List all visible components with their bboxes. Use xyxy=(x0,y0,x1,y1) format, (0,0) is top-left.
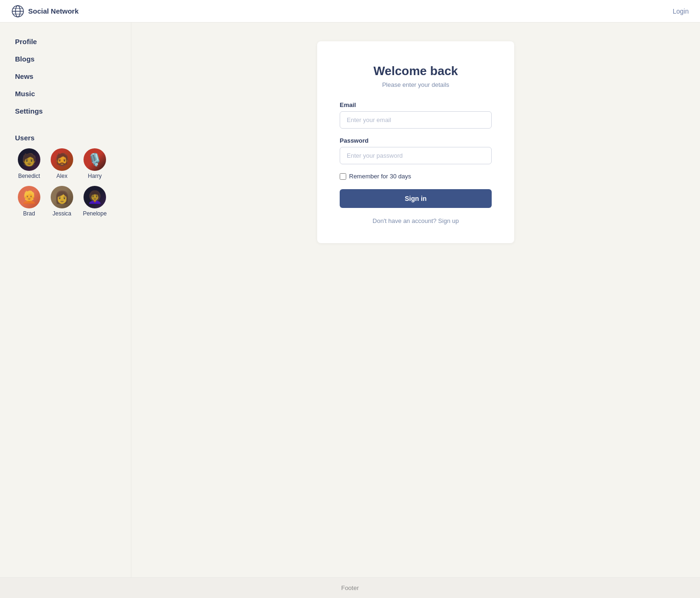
user-item-alex[interactable]: 🧔 Alex xyxy=(48,148,76,179)
users-section: Users 🧑 Benedict 🧔 Alex xyxy=(15,134,116,217)
user-name-brad: Brad xyxy=(23,210,35,217)
user-item-penelope[interactable]: 👩‍🦱 Penelope xyxy=(81,186,109,217)
footer: Footer xyxy=(0,577,700,598)
remember-checkbox[interactable] xyxy=(340,173,346,180)
sidebar-item-profile[interactable]: Profile xyxy=(15,34,116,49)
login-card: Welcome back Please enter your details E… xyxy=(317,41,514,243)
main-content: Welcome back Please enter your details E… xyxy=(131,23,700,577)
user-item-brad[interactable]: 👱 Brad xyxy=(15,186,43,217)
sign-in-button[interactable]: Sign in xyxy=(340,189,492,208)
sidebar: Profile Blogs News Music Settings Users … xyxy=(0,23,131,577)
signup-link[interactable]: Sign up xyxy=(438,217,459,224)
users-label: Users xyxy=(15,134,116,142)
sidebar-item-music[interactable]: Music xyxy=(15,86,116,101)
remember-row: Remember for 30 days xyxy=(340,173,492,180)
password-input[interactable] xyxy=(340,147,492,164)
users-grid: 🧑 Benedict 🧔 Alex 🎙️ Harry xyxy=(15,148,116,217)
login-subtitle: Please enter your details xyxy=(340,81,492,88)
navbar: Social Network Login xyxy=(0,0,700,23)
avatar-penelope: 👩‍🦱 xyxy=(84,186,106,208)
brand: Social Network xyxy=(11,5,79,18)
footer-label: Footer xyxy=(341,584,359,591)
sidebar-item-blogs[interactable]: Blogs xyxy=(15,51,116,67)
user-name-jessica: Jessica xyxy=(53,210,71,217)
layout: Profile Blogs News Music Settings Users … xyxy=(0,23,700,577)
signup-row: Don't have an account? Sign up xyxy=(340,217,492,224)
remember-label[interactable]: Remember for 30 days xyxy=(349,173,411,180)
user-item-jessica[interactable]: 👩 Jessica xyxy=(48,186,76,217)
user-item-harry[interactable]: 🎙️ Harry xyxy=(81,148,109,179)
sidebar-nav: Profile Blogs News Music Settings xyxy=(15,34,116,119)
password-group: Password xyxy=(340,137,492,164)
brand-icon xyxy=(11,5,24,18)
email-input[interactable] xyxy=(340,111,492,129)
password-label: Password xyxy=(340,137,492,144)
avatar-jessica: 👩 xyxy=(51,186,73,208)
login-button[interactable]: Login xyxy=(673,8,689,15)
signup-text: Don't have an account? xyxy=(373,217,436,224)
user-name-benedict: Benedict xyxy=(18,173,40,179)
user-name-alex: Alex xyxy=(56,173,67,179)
email-label: Email xyxy=(340,101,492,108)
avatar-brad: 👱 xyxy=(18,186,40,208)
user-name-penelope: Penelope xyxy=(83,210,107,217)
sidebar-item-settings[interactable]: Settings xyxy=(15,103,116,119)
brand-name: Social Network xyxy=(28,7,79,15)
avatar-benedict: 🧑 xyxy=(18,148,40,171)
sidebar-item-news[interactable]: News xyxy=(15,69,116,84)
email-group: Email xyxy=(340,101,492,129)
user-name-harry: Harry xyxy=(88,173,101,179)
user-item-benedict[interactable]: 🧑 Benedict xyxy=(15,148,43,179)
avatar-alex: 🧔 xyxy=(51,148,73,171)
avatar-harry: 🎙️ xyxy=(84,148,106,171)
login-title: Welcome back xyxy=(340,64,492,78)
